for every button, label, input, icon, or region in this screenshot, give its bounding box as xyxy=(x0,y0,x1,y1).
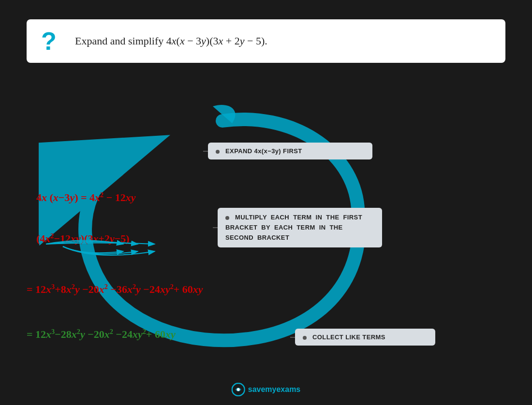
expand-expression: 4x (x−3y) = 4x2 − 12xy xyxy=(36,191,135,204)
callout-collect-dot xyxy=(303,336,307,340)
main-content: 4x (x−3y) = 4x2 − 12xy (4x2−12xy)(3x+2y−… xyxy=(0,92,532,405)
callout-expand-text: EXPAND 4x(x−3y) FIRST xyxy=(225,147,302,155)
logo-text: savemyexams xyxy=(248,385,301,394)
savemyexams-logo-icon xyxy=(232,383,245,396)
logo-area: savemyexams xyxy=(232,383,301,396)
callout-collect-text: COLLECT LIKE TERMS xyxy=(312,333,385,341)
svg-point-3 xyxy=(237,388,240,391)
logo-exams: exams xyxy=(276,385,300,393)
callout-expand: EXPAND 4x(x−3y) FIRST xyxy=(208,143,372,159)
bracket-arrows-svg xyxy=(36,234,172,273)
final-expression: = 12x3−28x2y −20x2 −24xy2+ 60xy xyxy=(27,328,176,341)
question-text: Expand and simplify 4x(x − 3y)(3x + 2y −… xyxy=(75,35,267,47)
expanded-expression: = 12x3+8x2y −20x2 −36x2y −24xy2+ 60xy xyxy=(27,283,203,296)
callout-expand-dot xyxy=(216,150,220,154)
callout-collect: COLLECT LIKE TERMS xyxy=(295,329,435,346)
logo-my: my xyxy=(265,385,276,393)
callout-multiply-text: MULTIPLY EACH TERM IN THE FIRST BRACKET … xyxy=(225,214,362,241)
logo-save: save xyxy=(248,385,266,393)
question-box: ? Expand and simplify 4x(x − 3y)(3x + 2y… xyxy=(27,19,505,63)
callout-multiply-dot xyxy=(225,216,229,220)
question-mark-icon: ? xyxy=(41,27,57,56)
callout-multiply: MULTIPLY EACH TERM IN THE FIRST BRACKET … xyxy=(218,208,382,247)
